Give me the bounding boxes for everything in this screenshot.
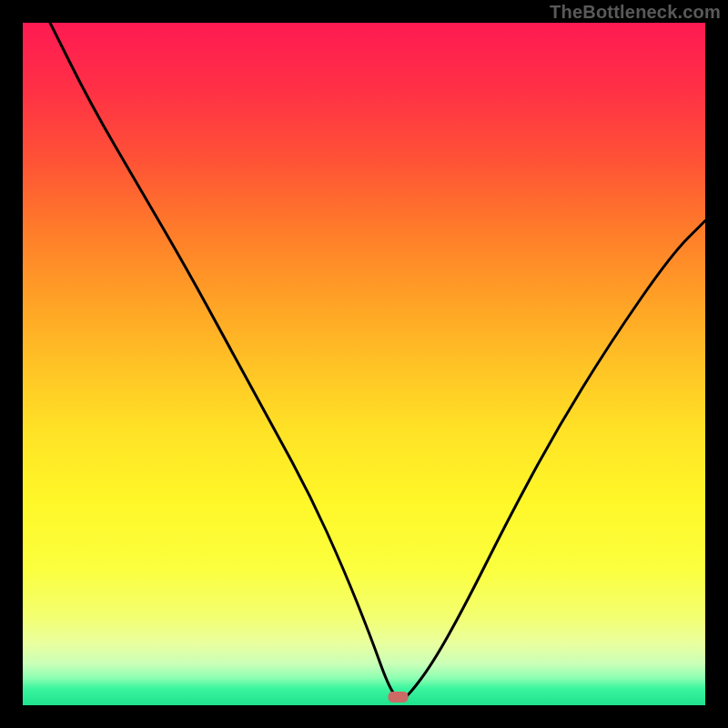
plot-area bbox=[23, 23, 705, 705]
chart-frame: TheBottleneck.com bbox=[0, 0, 728, 728]
watermark-text: TheBottleneck.com bbox=[550, 2, 721, 23]
optimum-marker bbox=[389, 692, 409, 703]
bottleneck-chart bbox=[23, 23, 705, 705]
gradient-background bbox=[23, 23, 705, 705]
